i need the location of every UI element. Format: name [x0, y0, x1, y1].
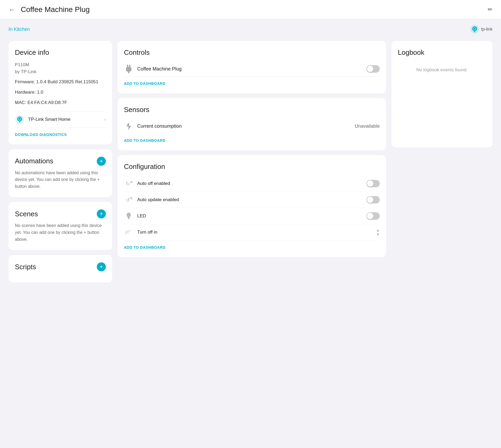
svg-point-1 — [474, 28, 476, 30]
add-automation-button[interactable]: + — [97, 157, 106, 166]
plus-icon: + — [100, 158, 103, 164]
svg-text:z: z — [127, 229, 129, 234]
device-model: P110M — [15, 61, 106, 68]
add-scene-button[interactable]: + — [97, 209, 106, 218]
tp-link-logo: tp-link — [470, 24, 492, 34]
led-icon — [124, 211, 133, 221]
scenes-header: Scenes + — [15, 209, 106, 218]
chevron-right-icon: › — [104, 117, 106, 122]
logbook-card: Logbook No logbook events found. — [391, 41, 492, 147]
scripts-title: Scripts — [15, 263, 36, 271]
device-brand: by TP-Link — [15, 68, 106, 75]
svg-text:↺: ↺ — [126, 197, 130, 203]
device-toggle[interactable] — [366, 65, 380, 73]
tp-link-brand-icon — [470, 24, 479, 34]
automations-empty-text: No automations have been added using thi… — [15, 169, 106, 190]
led-row: LED — [124, 208, 380, 224]
tp-link-logo-text: tp-link — [481, 27, 492, 32]
svg-text:z: z — [129, 229, 131, 232]
automations-card: Automations + No automations have been a… — [9, 149, 112, 197]
auto-update-label: Auto update enabled — [137, 197, 366, 202]
current-consumption-value: Unavailable — [355, 123, 380, 129]
logbook-title: Logbook — [398, 48, 486, 57]
svg-point-15 — [127, 213, 131, 217]
automations-title: Automations — [15, 157, 53, 165]
scenes-empty-text: No scenes have been added using this dev… — [15, 222, 106, 243]
svg-text:↻: ↻ — [126, 181, 130, 187]
download-diagnostics-button[interactable]: DOWNLOAD DIAGNOSTICS — [15, 132, 67, 137]
scripts-card: Scripts + — [9, 255, 112, 283]
main-content: Device info P110M by TP-Link Firmware: 1… — [0, 37, 501, 291]
tp-link-integration-icon — [15, 115, 24, 124]
right-column: Logbook No logbook events found. — [391, 41, 492, 283]
center-column: Controls Coffee Machine Plug ADD TO DASH… — [118, 41, 386, 283]
auto-off-row: ↻ Auto off enabled — [124, 176, 380, 192]
logbook-empty-text: No logbook events found. — [398, 67, 486, 73]
configuration-title: Configuration — [124, 163, 380, 171]
auto-update-row: ↺ Auto update enabled — [124, 192, 380, 208]
sensors-title: Sensors — [124, 106, 380, 114]
controls-card: Controls Coffee Machine Plug ADD TO DASH… — [118, 41, 386, 93]
add-script-button[interactable]: + — [97, 262, 106, 271]
scenes-card: Scenes + No scenes have been added using… — [9, 202, 112, 250]
svg-rect-5 — [129, 65, 130, 67]
device-firmware: Firmware: 1.0.4 Build 230825 Rel.115051 — [15, 78, 106, 85]
auto-update-icon: ↺ — [124, 195, 133, 205]
sensors-add-dashboard-button[interactable]: ADD TO DASHBOARD — [124, 138, 165, 143]
svg-rect-7 — [128, 72, 130, 73]
stepper-down-icon: ▼ — [376, 232, 380, 237]
device-mac: MAC: E4:FA:C4:A9:D8:7F — [15, 99, 106, 106]
controls-title: Controls — [124, 48, 380, 57]
configuration-card: Configuration ↻ Auto off enabled ↺ — [118, 155, 386, 257]
auto-update-toggle[interactable] — [366, 196, 380, 204]
back-button[interactable]: ← — [9, 6, 15, 13]
sub-header: In Kitchen tp-link — [0, 19, 501, 37]
device-hardware: Hardware: 1.0 — [15, 89, 106, 96]
stepper-up-icon: ▲ — [376, 228, 380, 232]
device-info-card: Device info P110M by TP-Link Firmware: 1… — [9, 41, 112, 144]
edit-button[interactable]: ✏ — [488, 6, 492, 13]
turn-off-stepper[interactable]: ▲ ▼ — [376, 228, 380, 237]
sleep-icon: z z z — [124, 227, 133, 237]
bolt-icon — [124, 121, 133, 131]
led-toggle[interactable] — [366, 212, 380, 220]
current-consumption-label: Current consumption — [137, 123, 355, 129]
device-info-title: Device info — [15, 48, 106, 57]
scenes-title: Scenes — [15, 210, 38, 218]
control-device-label: Coffee Machine Plug — [137, 66, 366, 72]
tp-link-integration-label: TP-Link Smart Home — [28, 117, 104, 122]
automations-header: Automations + — [15, 157, 106, 166]
tp-link-integration-row[interactable]: TP-Link Smart Home › — [15, 111, 106, 128]
left-column: Device info P110M by TP-Link Firmware: 1… — [9, 41, 112, 283]
svg-rect-6 — [126, 67, 131, 72]
plus-icon: + — [100, 264, 103, 270]
sensors-card: Sensors Current consumption Unavailable … — [118, 98, 386, 150]
scripts-header: Scripts + — [15, 262, 106, 271]
turn-off-label: Turn off in — [137, 230, 376, 235]
controls-add-dashboard-button[interactable]: ADD TO DASHBOARD — [124, 81, 165, 86]
header: ← Coffee Machine Plug ✏ — [0, 0, 501, 19]
auto-off-toggle[interactable] — [366, 180, 380, 187]
plug-icon — [124, 64, 133, 74]
turn-off-row: z z z Turn off in ▲ ▼ — [124, 224, 380, 240]
svg-rect-16 — [128, 217, 130, 218]
configuration-add-dashboard-button[interactable]: ADD TO DASHBOARD — [124, 245, 165, 250]
svg-rect-4 — [127, 65, 128, 67]
led-label: LED — [137, 213, 366, 219]
current-consumption-row: Current consumption Unavailable — [124, 119, 380, 134]
auto-off-label: Auto off enabled — [137, 181, 366, 186]
control-device-row: Coffee Machine Plug — [124, 61, 380, 77]
svg-marker-8 — [126, 122, 131, 130]
svg-point-3 — [19, 118, 20, 120]
svg-rect-17 — [128, 218, 130, 219]
auto-off-icon: ↻ — [124, 179, 133, 188]
location-label: In Kitchen — [9, 27, 30, 32]
plus-icon: + — [100, 211, 103, 217]
page-title: Coffee Machine Plug — [21, 5, 488, 14]
